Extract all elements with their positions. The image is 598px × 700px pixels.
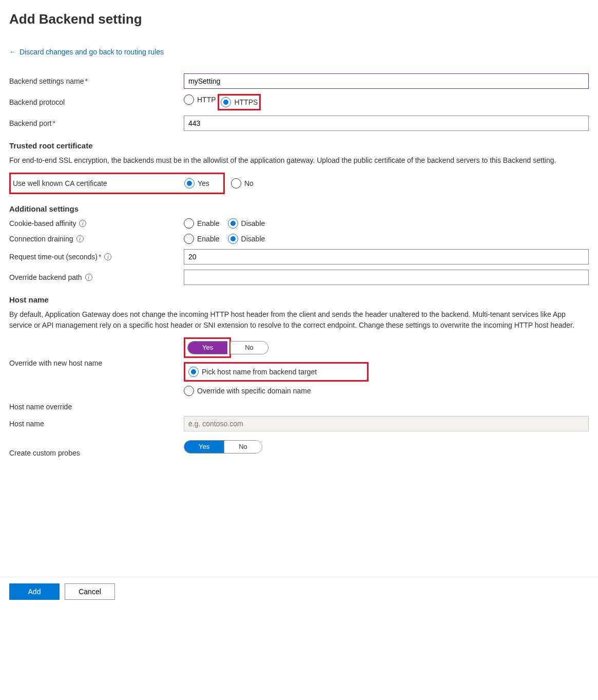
custom-probes-toggle[interactable]: Yes No: [184, 440, 262, 453]
radio-checked-icon: [188, 367, 199, 377]
highlight-box: Yes: [184, 337, 231, 358]
well-known-ca-label: Use well known CA certificate: [11, 179, 184, 187]
additional-settings-title: Additional settings: [9, 204, 589, 213]
backend-name-input[interactable]: [184, 73, 589, 89]
protocol-https-label: HTTPS: [234, 98, 258, 106]
radio-checked-icon: [228, 234, 238, 244]
cancel-button[interactable]: Cancel: [65, 583, 115, 600]
highlight-box: Pick host name from backend target: [184, 362, 369, 382]
radio-icon: [184, 234, 194, 244]
override-path-label: Override backend path i: [9, 273, 184, 281]
host-name-input: [184, 416, 589, 431]
info-icon[interactable]: i: [76, 235, 84, 242]
radio-icon: [231, 178, 241, 188]
radio-checked-icon: [228, 218, 238, 229]
radio-checked-icon: [221, 97, 231, 107]
highlight-box: Use well known CA certificate Yes: [9, 173, 225, 194]
override-host-no-pill[interactable]: No: [230, 341, 268, 354]
connection-draining-label: Connection draining i: [9, 235, 184, 243]
override-host-label: Override with new host name: [9, 337, 184, 367]
radio-icon: [184, 218, 194, 229]
info-icon[interactable]: i: [85, 274, 92, 281]
page-title: Add Backend setting: [9, 11, 589, 27]
pick-backend-radio[interactable]: Pick host name from backend target: [188, 367, 317, 377]
host-name-field-label: Host name: [9, 420, 184, 428]
backend-name-label: Backend settings name*: [9, 77, 184, 85]
cookie-disable-radio[interactable]: Disable: [228, 218, 265, 229]
backend-port-input[interactable]: [184, 116, 589, 131]
cookie-affinity-label: Cookie-based affinity i: [9, 219, 184, 228]
ca-no-radio[interactable]: No: [231, 178, 254, 188]
radio-icon: [184, 94, 194, 105]
request-timeout-label: Request time-out (seconds)* i: [9, 253, 184, 261]
cookie-disable-label: Disable: [241, 219, 265, 228]
ca-yes-radio[interactable]: Yes: [184, 178, 209, 188]
override-host-yes-pill[interactable]: Yes: [187, 341, 227, 354]
override-host-no-label: No: [230, 342, 268, 354]
protocol-http-label: HTTP: [197, 96, 216, 104]
protocol-http-radio[interactable]: HTTP: [184, 94, 216, 105]
host-name-desc: By default, Application Gateway does not…: [9, 309, 589, 330]
drain-disable-label: Disable: [241, 235, 265, 243]
cookie-enable-radio[interactable]: Enable: [184, 218, 220, 229]
custom-probes-no: No: [224, 441, 262, 453]
specific-domain-radio[interactable]: Override with specific domain name: [184, 386, 311, 396]
radio-checked-icon: [184, 178, 195, 188]
info-icon[interactable]: i: [79, 220, 86, 227]
trusted-root-title: Trusted root certificate: [9, 141, 589, 150]
custom-probes-yes: Yes: [184, 441, 224, 453]
host-override-label: Host name override: [9, 403, 184, 411]
ca-yes-label: Yes: [198, 179, 209, 187]
trusted-root-desc: For end-to-end SSL encryption, the backe…: [9, 155, 589, 165]
highlight-box: HTTPS: [218, 94, 261, 110]
drain-enable-label: Enable: [197, 235, 220, 243]
add-button[interactable]: Add: [9, 583, 60, 600]
cookie-enable-label: Enable: [197, 219, 220, 228]
drain-enable-radio[interactable]: Enable: [184, 234, 220, 244]
override-path-input[interactable]: [184, 270, 589, 285]
back-link[interactable]: ← Discard changes and go back to routing…: [9, 48, 164, 56]
drain-disable-radio[interactable]: Disable: [228, 234, 265, 244]
request-timeout-input[interactable]: [184, 249, 589, 264]
host-name-title: Host name: [9, 295, 589, 304]
protocol-https-radio[interactable]: HTTPS: [221, 97, 258, 107]
backend-protocol-label: Backend protocol: [9, 98, 184, 106]
pick-backend-label: Pick host name from backend target: [202, 368, 317, 376]
info-icon[interactable]: i: [104, 253, 111, 260]
arrow-left-icon: ←: [9, 48, 16, 56]
ca-no-label: No: [244, 179, 254, 187]
radio-icon: [184, 386, 194, 396]
custom-probes-label: Create custom probes: [9, 437, 184, 457]
backend-port-label: Backend port*: [9, 119, 184, 127]
specific-domain-label: Override with specific domain name: [197, 387, 311, 395]
override-host-yes-label: Yes: [188, 342, 227, 354]
back-link-label: Discard changes and go back to routing r…: [20, 48, 164, 56]
